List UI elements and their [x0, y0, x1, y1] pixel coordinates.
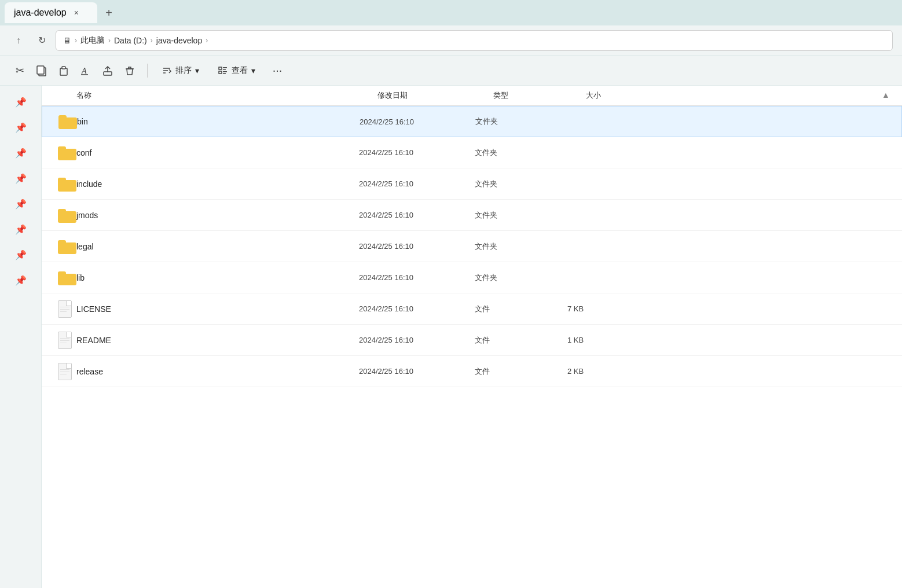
file-name: bin: [77, 117, 360, 126]
table-row[interactable]: bin 2024/2/25 16:10 文件夹: [42, 106, 902, 137]
file-date: 2024/2/25 16:10: [359, 304, 475, 313]
file-name: lib: [76, 273, 359, 282]
breadcrumb-this-pc[interactable]: 此电脑: [80, 35, 105, 46]
file-type: 文件: [475, 335, 567, 346]
table-row[interactable]: legal 2024/2/25 16:10 文件夹: [42, 231, 902, 262]
file-type: 文件夹: [475, 179, 567, 189]
more-options-button[interactable]: ···: [267, 60, 288, 81]
col-header-type[interactable]: 类型: [493, 90, 586, 101]
table-row[interactable]: lib 2024/2/25 16:10 文件夹: [42, 262, 902, 293]
rename-button[interactable]: A: [75, 60, 96, 81]
breadcrumb-computer-icon: 🖥: [63, 36, 71, 45]
file-row-icon: [58, 208, 76, 223]
sidebar-pin-4[interactable]: 📌: [9, 167, 32, 190]
file-type: 文件夹: [475, 116, 568, 127]
file-date: 2024/2/25 16:10: [359, 336, 475, 344]
svg-rect-8: [223, 67, 227, 68]
paste-button[interactable]: [53, 60, 74, 81]
file-name: release: [76, 367, 359, 376]
view-button[interactable]: 查看 ▾: [211, 60, 262, 81]
table-row[interactable]: README 2024/2/25 16:10 文件 1 KB: [42, 325, 902, 356]
file-row-icon: [58, 363, 76, 380]
file-icon: [58, 300, 72, 318]
svg-rect-9: [223, 69, 226, 70]
file-row-icon: [58, 239, 76, 254]
svg-rect-3: [62, 67, 65, 69]
address-bar: ↑ ↻ 🖥 › 此电脑 › Data (D:) › java-develop ›: [0, 25, 902, 56]
file-name: LICENSE: [76, 304, 359, 314]
file-name: jmods: [76, 211, 359, 220]
folder-icon: [58, 177, 76, 192]
toolbar: ✂ A: [0, 56, 902, 86]
sidebar-pin-3[interactable]: 📌: [9, 141, 32, 164]
svg-rect-7: [219, 67, 222, 69]
table-row[interactable]: conf 2024/2/25 16:10 文件夹: [42, 137, 902, 168]
folder-icon: [58, 114, 77, 129]
file-area: 名称 修改日期 类型 大小 ▲ bin 2024/2/25 16:10 文件夹 …: [42, 86, 902, 588]
file-type: 文件夹: [475, 273, 567, 283]
file-type: 文件: [475, 304, 567, 314]
col-header-size[interactable]: 大小: [586, 90, 893, 101]
file-name: include: [76, 179, 359, 189]
share-button[interactable]: [97, 60, 118, 81]
svg-rect-11: [223, 71, 227, 72]
col-header-name[interactable]: 名称: [76, 90, 377, 101]
col-header-date[interactable]: 修改日期: [377, 90, 493, 101]
refresh-button[interactable]: ↻: [32, 31, 51, 50]
toolbar-edit-group: ✂ A: [9, 60, 140, 81]
file-name: conf: [76, 148, 359, 157]
main-layout: 📌 📌 📌 📌 📌 📌 📌 📌 名称 修改日期 类型 大小 ▲ bin 2024…: [0, 86, 902, 588]
file-type: 文件夹: [475, 148, 567, 158]
tab-title: java-develop: [14, 8, 67, 18]
file-size: 1 KB: [567, 336, 893, 344]
sidebar-pin-2[interactable]: 📌: [9, 116, 32, 139]
sidebar-pin-8[interactable]: 📌: [9, 269, 32, 292]
file-type: 文件夹: [475, 210, 567, 220]
table-row[interactable]: include 2024/2/25 16:10 文件夹: [42, 168, 902, 200]
file-date: 2024/2/25 16:10: [359, 148, 475, 157]
folder-icon: [58, 239, 76, 254]
new-tab-button[interactable]: +: [100, 3, 118, 22]
breadcrumb-folder[interactable]: java-develop: [156, 36, 202, 45]
table-row[interactable]: LICENSE 2024/2/25 16:10 文件 7 KB: [42, 293, 902, 325]
view-label: 查看: [232, 65, 248, 76]
file-list: bin 2024/2/25 16:10 文件夹 conf 2024/2/25 1…: [42, 106, 902, 387]
file-name: legal: [76, 242, 359, 251]
file-date: 2024/2/25 16:10: [359, 273, 475, 282]
sidebar-pin-6[interactable]: 📌: [9, 218, 32, 241]
file-date: 2024/2/25 16:10: [359, 211, 475, 219]
file-name: README: [76, 336, 359, 345]
tab-close-button[interactable]: ×: [71, 8, 82, 18]
col-up-arrow[interactable]: ▲: [879, 88, 893, 102]
sidebar-pin-7[interactable]: 📌: [9, 243, 32, 266]
breadcrumb-bar[interactable]: 🖥 › 此电脑 › Data (D:) › java-develop ›: [56, 30, 893, 51]
view-chevron: ▾: [251, 66, 255, 75]
file-row-icon: [58, 114, 77, 129]
file-row-icon: [58, 332, 76, 349]
file-date: 2024/2/25 16:10: [360, 117, 475, 126]
svg-text:A: A: [81, 67, 87, 75]
cut-button[interactable]: ✂: [9, 60, 30, 81]
svg-rect-1: [37, 66, 44, 74]
active-tab[interactable]: java-develop ×: [5, 2, 97, 23]
up-button[interactable]: ↑: [9, 31, 28, 50]
delete-button[interactable]: [119, 60, 140, 81]
sidebar-pin-1[interactable]: 📌: [9, 90, 32, 113]
tab-bar: java-develop × +: [0, 0, 902, 25]
file-date: 2024/2/25 16:10: [359, 179, 475, 188]
breadcrumb-drive[interactable]: Data (D:): [114, 36, 147, 45]
file-date: 2024/2/25 16:10: [359, 242, 475, 251]
sort-label: 排序: [175, 65, 192, 76]
file-date: 2024/2/25 16:10: [359, 367, 475, 376]
file-type: 文件: [475, 366, 567, 377]
sort-button[interactable]: 排序 ▾: [155, 60, 206, 81]
svg-rect-2: [60, 68, 67, 75]
folder-icon: [58, 208, 76, 223]
table-row[interactable]: jmods 2024/2/25 16:10 文件夹: [42, 200, 902, 231]
table-row[interactable]: release 2024/2/25 16:10 文件 2 KB: [42, 356, 902, 387]
sidebar-pin-5[interactable]: 📌: [9, 192, 32, 215]
toolbar-divider-1: [147, 64, 148, 78]
file-row-icon: [58, 177, 76, 192]
copy-button[interactable]: [31, 60, 52, 81]
file-icon: [58, 363, 72, 380]
